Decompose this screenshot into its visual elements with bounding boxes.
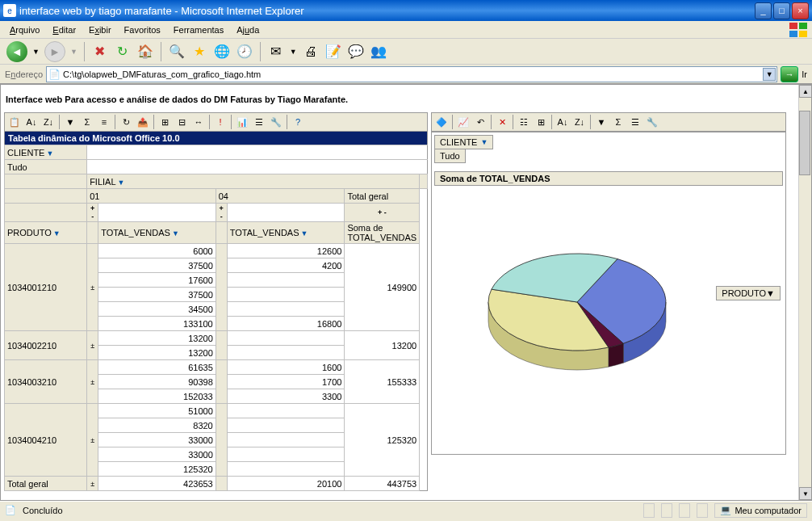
vertical-scrollbar[interactable]: ▲ ▼ [798, 85, 811, 500]
expand-toggle[interactable]: ± [87, 360, 98, 404]
pivot-tool-expand[interactable]: ⊞ [157, 114, 173, 130]
maximize-button[interactable]: □ [773, 2, 790, 19]
chart-area: CLIENTE▼ Tudo Soma de TOTAL_VENDAS PRODU… [431, 132, 786, 455]
menu-editar[interactable]: Editar [46, 23, 82, 36]
pivot-col-field[interactable]: FILIAL▼ [87, 174, 420, 189]
expand-toggle[interactable] [216, 360, 227, 404]
refresh-button[interactable]: ↻ [114, 43, 132, 61]
expand-toggle[interactable]: + - [87, 204, 98, 222]
expand-toggle[interactable]: + - [345, 204, 420, 222]
pivot-tool-move[interactable]: ↔ [190, 114, 207, 130]
chart-filter-value[interactable]: Tudo [434, 149, 466, 163]
pivot-grand-label: Total geral [5, 477, 87, 491]
pivot-tool-collapse[interactable]: ⊟ [174, 114, 190, 130]
pivot-tool-sort-asc[interactable]: A↓ [23, 114, 40, 130]
pivot-table[interactable]: CLIENTE▼ Tudo FILIAL▼ 01 04 Tota [4, 145, 428, 491]
chart-tool-legend[interactable]: ☷ [516, 114, 532, 130]
expand-toggle[interactable] [216, 404, 227, 477]
chart-tool-wizard[interactable]: 🔷 [433, 114, 450, 130]
messenger-button[interactable]: 👥 [370, 43, 387, 61]
chart-tool-fieldlist[interactable]: ☰ [627, 114, 643, 130]
pivot-tool-help[interactable]: ? [290, 114, 306, 130]
chart-tool-sortasc[interactable]: A↓ [555, 114, 571, 130]
pivot-row-field[interactable]: PRODUTO▼ [5, 222, 87, 244]
chart-tool-filter[interactable]: ▼ [593, 114, 609, 130]
pivot-tool-autofilter[interactable]: ▼ [62, 114, 78, 130]
media-button[interactable]: 🌐 [213, 43, 231, 61]
menu-favoritos[interactable]: Favoritos [118, 23, 167, 36]
forward-button[interactable]: ► [44, 41, 65, 62]
pivot-tool-chart[interactable]: 📊 [234, 114, 250, 130]
mail-button[interactable]: ✉ [267, 43, 285, 61]
pivot-tool-copy[interactable]: 📋 [6, 114, 23, 130]
expand-toggle[interactable]: ± [87, 404, 98, 477]
chart-tool-type[interactable]: 📈 [455, 114, 471, 130]
pie-chart [464, 213, 690, 407]
go-button[interactable]: → [781, 66, 798, 82]
menu-ajuda[interactable]: Ajuda [230, 23, 266, 36]
expand-toggle[interactable]: ± [87, 331, 98, 360]
pivot-row-key[interactable]: 1034002210 [5, 331, 87, 360]
pivot-cell [227, 302, 345, 317]
menu-ferramentas[interactable]: Ferramentas [167, 23, 230, 36]
pivot-row-key[interactable]: 1034004210 [5, 404, 87, 477]
pivot-tool-refresh[interactable]: ↻ [118, 114, 134, 130]
status-seg [697, 503, 708, 518]
pivot-tool-sort-desc[interactable]: Z↓ [40, 114, 57, 130]
history-button[interactable]: 🕗 [236, 43, 253, 61]
pivot-cell: 34500 [98, 302, 216, 317]
pivot-row-key[interactable]: 1034001210 [5, 244, 87, 331]
chart-filter-field[interactable]: CLIENTE▼ [434, 135, 493, 149]
chart-tool-byrowcol[interactable]: ⊞ [533, 114, 549, 130]
stop-button[interactable]: ✖ [91, 43, 109, 61]
chart-tool-sortdesc[interactable]: Z↓ [571, 114, 588, 130]
menu-arquivo[interactable]: Arquivo [3, 23, 46, 36]
discuss-button[interactable]: 💬 [347, 43, 365, 61]
address-dropdown[interactable]: ▼ [763, 68, 776, 81]
svg-rect-0 [789, 23, 797, 29]
pivot-col-01[interactable]: 01 [87, 189, 216, 204]
pivot-cell [227, 273, 345, 288]
minimize-button[interactable]: _ [755, 2, 772, 19]
edit-button[interactable]: 📝 [324, 43, 342, 61]
pivot-tool-fieldlist[interactable]: ☰ [251, 114, 267, 130]
chart-axis-label[interactable]: PRODUTO▼ [716, 286, 781, 300]
expand-toggle[interactable]: ± [87, 244, 98, 331]
chart-tool-autocalc[interactable]: Σ [610, 114, 626, 130]
pivot-tool-alert[interactable]: ! [212, 114, 228, 130]
expand-toggle[interactable]: ± [87, 477, 98, 491]
svg-rect-2 [789, 31, 797, 37]
pivot-measure-01[interactable]: TOTAL_VENDAS▼ [98, 222, 216, 244]
pivot-row-total: 125320 [345, 404, 420, 477]
back-button[interactable]: ◄ [6, 41, 27, 62]
print-button[interactable]: 🖨 [302, 43, 320, 61]
pivot-tool-prop[interactable]: 🔧 [268, 114, 284, 130]
pivot-tool-autocalc[interactable]: Σ [79, 114, 95, 130]
pivot-cell [227, 346, 345, 360]
pivot-filter-value[interactable]: Tudo [5, 160, 87, 174]
pivot-cell [227, 447, 345, 462]
pivot-measure-04[interactable]: TOTAL_VENDAS▼ [227, 222, 345, 244]
favorites-button[interactable]: ★ [190, 43, 208, 61]
expand-toggle[interactable] [216, 244, 227, 331]
pivot-tool-subtotal[interactable]: ≡ [96, 114, 112, 130]
search-button[interactable]: 🔍 [168, 43, 186, 61]
chart-tool-prop[interactable]: 🔧 [644, 114, 660, 130]
address-input[interactable] [46, 66, 777, 82]
pivot-filter-field[interactable]: CLIENTE▼ [5, 145, 87, 160]
home-button[interactable]: 🏠 [136, 43, 154, 61]
chart-tool-delete[interactable]: ✕ [494, 114, 510, 130]
close-button[interactable]: × [792, 2, 809, 19]
window-title: interface web by tiago marafante - Micro… [19, 5, 755, 17]
pivot-cell: 33000 [98, 433, 216, 447]
pivot-tool-export[interactable]: 📤 [135, 114, 151, 130]
pivot-cell: 37500 [98, 258, 216, 273]
menu-exibir[interactable]: Exibir [82, 23, 118, 36]
status-page-icon: 📄 [5, 505, 16, 515]
expand-toggle[interactable] [216, 331, 227, 360]
pivot-col-04[interactable]: 04 [216, 189, 345, 204]
expand-toggle[interactable]: + - [216, 204, 227, 222]
chart-tool-undo[interactable]: ↶ [472, 114, 488, 130]
statusbar: 📄 Concluído 💻Meu computador [0, 501, 812, 519]
pivot-row-key[interactable]: 1034003210 [5, 360, 87, 404]
